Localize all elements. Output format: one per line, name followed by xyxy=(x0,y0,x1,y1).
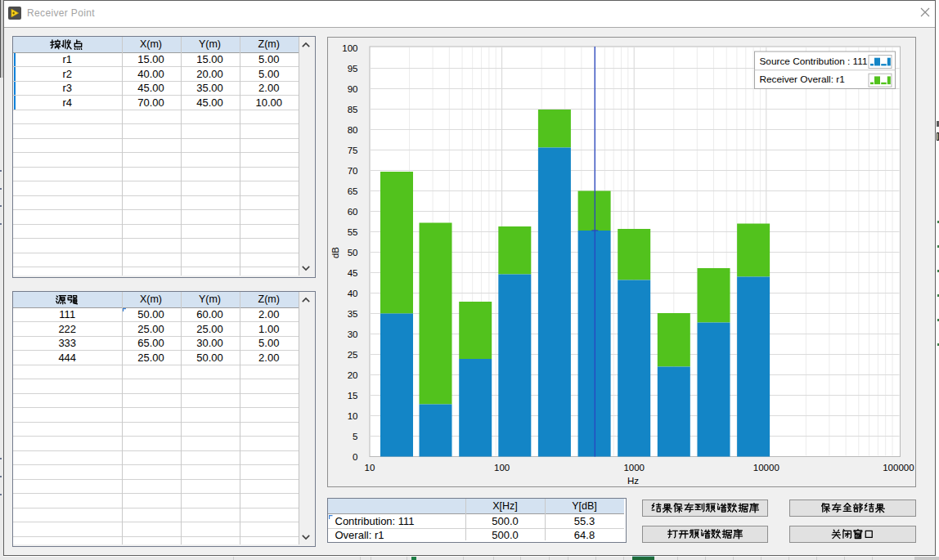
svg-text:90: 90 xyxy=(348,84,358,94)
svg-text:50: 50 xyxy=(348,248,358,258)
svg-text:dB: dB xyxy=(330,247,340,258)
svg-text:10000: 10000 xyxy=(753,463,780,473)
svg-text:Hz: Hz xyxy=(627,476,639,486)
svg-text:30: 30 xyxy=(348,329,358,339)
svg-text:40: 40 xyxy=(348,289,358,298)
svg-text:45: 45 xyxy=(348,268,358,278)
svg-text:1000: 1000 xyxy=(623,463,645,473)
svg-text:80: 80 xyxy=(348,125,358,135)
svg-text:85: 85 xyxy=(348,105,358,114)
svg-text:10: 10 xyxy=(348,411,358,421)
svg-text:55: 55 xyxy=(348,227,358,237)
svg-text:65: 65 xyxy=(348,186,358,196)
svg-text:70: 70 xyxy=(348,166,358,176)
svg-text:10: 10 xyxy=(365,463,375,473)
svg-text:95: 95 xyxy=(348,64,358,74)
svg-text:0: 0 xyxy=(353,452,357,462)
svg-text:5: 5 xyxy=(353,432,357,441)
svg-text:60: 60 xyxy=(348,207,358,217)
svg-text:35: 35 xyxy=(348,309,358,319)
svg-text:15: 15 xyxy=(348,391,358,401)
svg-text:75: 75 xyxy=(348,146,358,155)
svg-text:Receiver Overall: r1: Receiver Overall: r1 xyxy=(760,74,845,85)
svg-text:25: 25 xyxy=(348,350,358,360)
svg-text:100: 100 xyxy=(342,43,357,53)
svg-text:100000: 100000 xyxy=(883,463,914,473)
svg-text:100: 100 xyxy=(494,463,510,473)
svg-text:Source Contribution : 111: Source Contribution : 111 xyxy=(760,56,868,67)
svg-text:20: 20 xyxy=(348,370,358,380)
